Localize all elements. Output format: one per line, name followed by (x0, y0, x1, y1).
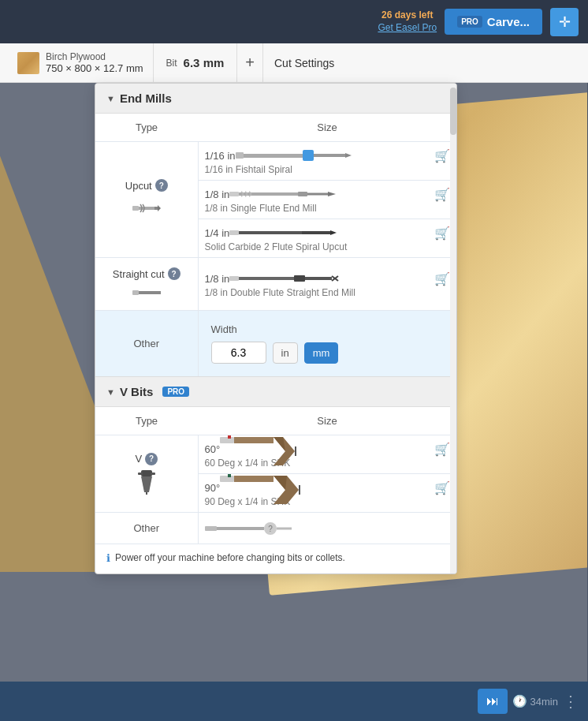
size-straight-18: 1/8 in (205, 273, 230, 285)
straight-help-icon[interactable]: ? (168, 267, 180, 280)
bit-entry-row-90[interactable]: 90° 🛒 (205, 479, 451, 496)
v-bits-title: V Bits (120, 385, 154, 398)
svg-rect-34 (299, 485, 300, 495)
upcut-help-icon[interactable]: ? (155, 179, 168, 192)
svg-rect-2 (154, 207, 158, 210)
v-bits-table: Type Size V ? (95, 407, 456, 544)
bit-selector-panel: ▼ End Mills Type Size Upcut ? (95, 83, 457, 574)
svg-rect-21 (138, 473, 143, 475)
material-name: Birch Plywood (46, 51, 143, 62)
svg-rect-12 (229, 276, 239, 281)
cart-icon-90[interactable]: 🛒 (434, 480, 450, 495)
upcut-entry-1[interactable]: 1/16 in 🛒 (198, 142, 456, 181)
desc-116: 1/16 in Fishtail Spiral (205, 164, 451, 175)
cart-icon-14[interactable]: 🛒 (434, 226, 450, 241)
v-type-cell: V ? (95, 435, 198, 513)
clock-icon: 🕐 (512, 694, 527, 708)
cart-icon-60[interactable]: 🛒 (434, 442, 450, 457)
cart-icon-straight-18[interactable]: 🛒 (434, 271, 450, 286)
upcut-type-name: Upcut ? (102, 179, 192, 192)
unit-in-button[interactable]: in (273, 342, 298, 364)
bit-entry-row-14[interactable]: 1/4 in 🛒 (205, 224, 451, 241)
svg-rect-0 (132, 206, 139, 211)
days-count: 26 (381, 9, 392, 21)
v-label: V (135, 453, 142, 465)
other-label: Other (133, 338, 159, 349)
straight-type-cell: Straight cut ? (95, 258, 198, 311)
upcut-icon (102, 196, 192, 220)
info-icon: ℹ (106, 552, 110, 564)
svg-rect-1 (139, 207, 154, 210)
size-18: 1/8 in (205, 189, 230, 200)
upcut-entry-3[interactable]: 1/4 in 🛒 Solid Carbi (198, 219, 456, 258)
end-mills-header[interactable]: ▼ End Mills (95, 84, 456, 114)
scrollbar-track[interactable] (450, 84, 456, 573)
bit-visual-straight-18 (229, 270, 434, 287)
table-header-row: Type Size (95, 114, 456, 142)
upcut-entry-2[interactable]: 1/8 in (198, 181, 456, 219)
bit-visual-60 (220, 440, 434, 458)
svg-rect-25 (234, 437, 274, 443)
bit-entry-row-18[interactable]: 1/8 in (205, 185, 451, 203)
bit-visual-116 (236, 147, 434, 164)
straight-type-name: Straight cut ? (102, 267, 192, 280)
v-bits-arrow: ▼ (106, 387, 115, 397)
v-help-icon[interactable]: ? (145, 453, 158, 465)
v-other-entry-row[interactable]: ? (205, 520, 451, 537)
size-14: 1/4 in (205, 227, 230, 239)
v-col-type-header: Type (95, 407, 198, 435)
bit-label: Bit (166, 58, 177, 69)
bit-handle (236, 152, 244, 159)
skip-button[interactable]: ⏭ (478, 689, 508, 714)
more-menu-icon[interactable]: ⋮ (563, 692, 579, 711)
time-display: 🕐 34min (512, 694, 558, 708)
svg-rect-35 (205, 526, 217, 531)
scrollbar-thumb[interactable] (450, 88, 456, 135)
v-bits-header[interactable]: ▼ V Bits PRO (95, 377, 456, 407)
width-container: Width in mm (205, 316, 451, 372)
col-size-header: Size (198, 114, 456, 142)
upcut-label: Upcut (125, 180, 152, 192)
straight-label: Straight cut (113, 268, 165, 280)
cart-icon-18[interactable]: 🛒 (434, 187, 450, 202)
width-input[interactable] (211, 342, 266, 364)
svg-rect-24 (228, 435, 231, 439)
days-left-text: 26 days left (381, 9, 433, 22)
svg-rect-18 (141, 470, 152, 476)
v-type-icon (102, 470, 192, 495)
svg-rect-8 (239, 231, 302, 234)
bit-entry-row-straight-18[interactable]: 1/8 in � (205, 270, 451, 287)
v-other-entry[interactable]: ? (198, 513, 456, 544)
get-pro-link[interactable]: Get Easel Pro (378, 22, 437, 35)
panel-scroll[interactable]: ▼ End Mills Type Size Upcut ? (95, 84, 456, 573)
unit-mm-button[interactable]: mm (304, 342, 339, 364)
svg-marker-26 (274, 437, 295, 465)
carve-button[interactable]: PRO Carve... (445, 9, 542, 35)
v-other-label: Other (133, 522, 159, 534)
bit-visual-90 (220, 479, 434, 496)
move-icon-button[interactable]: ✛ (550, 8, 579, 36)
days-label: days left (395, 9, 434, 21)
bit-entry-row-116[interactable]: 1/16 in 🛒 (205, 147, 451, 164)
material-dims: 750 × 800 × 12.7 mm (46, 62, 143, 74)
bit-point (345, 153, 352, 158)
bit-collar (303, 150, 314, 161)
svg-rect-31 (234, 476, 274, 482)
cart-icon-116[interactable]: 🛒 (434, 148, 450, 163)
bit-visual-14 (229, 224, 434, 241)
cut-settings-button[interactable]: Cut Settings (263, 43, 345, 82)
size-90: 90° (205, 482, 221, 494)
desc-14-carbide: Solid Carbide 2 Flute Spiral Upcut (205, 241, 451, 252)
time-value: 34min (530, 696, 558, 708)
bit-entry-row-60[interactable]: 60° (205, 440, 451, 458)
carve-label: Carve... (487, 15, 530, 28)
size-116: 1/16 in (205, 150, 236, 162)
v-entry-90[interactable]: 90° 🛒 (198, 474, 456, 513)
bit-info: Bit 6.3 mm (154, 43, 238, 82)
end-mills-table: Type Size Upcut ? (95, 114, 456, 376)
svg-rect-3 (229, 192, 239, 196)
end-mills-arrow: ▼ (106, 94, 115, 103)
svg-rect-5 (298, 192, 307, 196)
add-button[interactable]: + (237, 43, 263, 82)
straight-entry-1[interactable]: 1/8 in � (198, 258, 456, 311)
